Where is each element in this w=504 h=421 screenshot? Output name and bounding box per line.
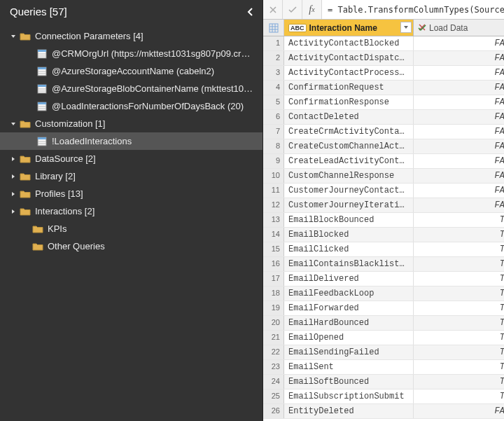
- table-row[interactable]: 2ActivityContactDispatc…FALSE: [263, 51, 504, 66]
- cell-interaction-name[interactable]: EmailBlocked: [284, 228, 414, 242]
- table-row[interactable]: 18EmailFeedbackLoopTRUE: [263, 287, 504, 301]
- table-row[interactable]: 12CustomerJourneyIterati…FALSE: [263, 198, 504, 213]
- tree-folder[interactable]: KPIs: [0, 220, 262, 237]
- column-filter-button[interactable]: [400, 22, 412, 33]
- cell-interaction-name[interactable]: CustomerJourneyIterati…: [284, 198, 414, 212]
- fx-icon[interactable]: fx: [302, 0, 322, 19]
- tree-folder[interactable]: Connection Parameters [4]: [0, 27, 262, 45]
- row-number-cell[interactable]: 16: [263, 257, 284, 271]
- cell-interaction-name[interactable]: CustomerJourneyContact…: [284, 184, 414, 198]
- row-number-cell[interactable]: 1: [263, 36, 284, 50]
- tree-query-item[interactable]: @AzureStorageBlobContainerName (mkttest1…: [0, 80, 262, 97]
- cell-load-data[interactable]: TRUE: [414, 213, 504, 227]
- row-number-cell[interactable]: 22: [263, 345, 284, 359]
- tree-folder[interactable]: Library [2]: [0, 167, 262, 185]
- cell-load-data[interactable]: FALSE: [414, 169, 504, 183]
- cell-interaction-name[interactable]: EmailHardBounced: [284, 316, 414, 330]
- row-number-cell[interactable]: 4: [263, 81, 284, 95]
- row-number-cell[interactable]: 19: [263, 301, 284, 315]
- cell-load-data[interactable]: TRUE: [414, 301, 504, 315]
- cell-load-data[interactable]: FALSE: [414, 95, 504, 109]
- cell-interaction-name[interactable]: EmailForwarded: [284, 301, 414, 315]
- table-row[interactable]: 7CreateCrmActivityConta…FALSE: [263, 125, 504, 139]
- cell-interaction-name[interactable]: EntityDeleted: [284, 404, 414, 418]
- expander-icon[interactable]: [8, 154, 18, 164]
- table-row[interactable]: 19EmailForwardedTRUE: [263, 301, 504, 316]
- cell-interaction-name[interactable]: CreateCustomChannelAct…: [284, 139, 414, 153]
- table-row[interactable]: 16EmailContainsBlacklist…TRUE: [263, 257, 504, 272]
- table-row[interactable]: 25EmailSubscriptionSubmitTRUE: [263, 389, 504, 404]
- table-row[interactable]: 13EmailBlockBouncedTRUE: [263, 213, 504, 228]
- cell-load-data[interactable]: FALSE: [414, 198, 504, 212]
- tree-folder[interactable]: Customization [1]: [0, 115, 262, 132]
- expander-icon[interactable]: [25, 67, 35, 76]
- tree-query-item[interactable]: @CRMOrgUrl (https://mkttest1031sg807p09.…: [0, 45, 262, 62]
- expander-icon[interactable]: [8, 172, 18, 181]
- cell-load-data[interactable]: TRUE: [414, 257, 504, 271]
- expander-icon[interactable]: [8, 32, 18, 41]
- cell-interaction-name[interactable]: EmailSendingFailed: [284, 345, 414, 359]
- cell-interaction-name[interactable]: EmailDelivered: [284, 272, 414, 286]
- cell-load-data[interactable]: FALSE: [414, 184, 504, 198]
- tree-folder[interactable]: Other Queries: [0, 237, 262, 255]
- cell-load-data[interactable]: TRUE: [414, 375, 504, 389]
- expander-icon[interactable]: [25, 84, 35, 94]
- cell-load-data[interactable]: FALSE: [414, 51, 504, 65]
- cell-interaction-name[interactable]: CustomChannelResponse: [284, 169, 414, 183]
- expander-icon[interactable]: [21, 224, 31, 234]
- row-number-cell[interactable]: 20: [263, 316, 284, 330]
- cell-load-data[interactable]: FALSE: [414, 36, 504, 50]
- row-number-cell[interactable]: 12: [263, 198, 284, 212]
- expander-icon[interactable]: [25, 137, 35, 146]
- tree-folder[interactable]: Interactions [2]: [0, 202, 262, 220]
- cell-load-data[interactable]: FALSE: [414, 81, 504, 95]
- cell-interaction-name[interactable]: CreateLeadActivityCont…: [284, 154, 414, 168]
- cell-load-data[interactable]: FALSE: [414, 110, 504, 124]
- cell-interaction-name[interactable]: ContactDeleted: [284, 110, 414, 124]
- row-number-cell[interactable]: 6: [263, 110, 284, 124]
- cell-load-data[interactable]: TRUE: [414, 345, 504, 359]
- table-row[interactable]: 8CreateCustomChannelAct…FALSE: [263, 139, 504, 154]
- tree-query-item[interactable]: !LoadedInteractions: [0, 132, 262, 150]
- cell-load-data[interactable]: TRUE: [414, 316, 504, 330]
- cell-interaction-name[interactable]: EmailClicked: [284, 242, 414, 256]
- row-number-cell[interactable]: 10: [263, 169, 284, 183]
- table-row[interactable]: 17EmailDeliveredTRUE: [263, 272, 504, 287]
- cell-load-data[interactable]: FALSE: [414, 125, 504, 139]
- formula-input[interactable]: = Table.TransformColumnTypes(Source,{{: [322, 0, 504, 19]
- cell-interaction-name[interactable]: EmailBlockBounced: [284, 213, 414, 227]
- cell-load-data[interactable]: FALSE: [414, 404, 504, 418]
- row-number-cell[interactable]: 18: [263, 287, 284, 301]
- cell-interaction-name[interactable]: ActivityContactProcess…: [284, 66, 414, 80]
- row-number-cell[interactable]: 5: [263, 95, 284, 109]
- row-number-cell[interactable]: 14: [263, 228, 284, 242]
- table-row[interactable]: 11CustomerJourneyContact…FALSE: [263, 184, 504, 198]
- cell-interaction-name[interactable]: ActivityContactDispatc…: [284, 51, 414, 65]
- expander-icon[interactable]: [8, 119, 18, 129]
- table-row[interactable]: 26EntityDeletedFALSE: [263, 404, 504, 419]
- table-row[interactable]: 1ActivityContactBlockedFALSE: [263, 36, 504, 51]
- row-number-cell[interactable]: 15: [263, 242, 284, 256]
- table-row[interactable]: 15EmailClickedTRUE: [263, 242, 504, 257]
- cell-load-data[interactable]: TRUE: [414, 360, 504, 374]
- row-number-cell[interactable]: 3: [263, 66, 284, 80]
- cell-load-data[interactable]: TRUE: [414, 287, 504, 301]
- expander-icon[interactable]: [21, 242, 31, 251]
- table-row[interactable]: 9CreateLeadActivityCont…FALSE: [263, 154, 504, 169]
- cell-load-data[interactable]: FALSE: [414, 139, 504, 153]
- row-number-cell[interactable]: 8: [263, 139, 284, 153]
- column-header-interaction-name[interactable]: ABC Interaction Name: [284, 20, 414, 36]
- row-number-cell[interactable]: 24: [263, 375, 284, 389]
- table-row[interactable]: 23EmailSentTRUE: [263, 360, 504, 375]
- cell-interaction-name[interactable]: ConfirmationRequest: [284, 81, 414, 95]
- row-number-cell[interactable]: 13: [263, 213, 284, 227]
- table-row[interactable]: 24EmailSoftBouncedTRUE: [263, 375, 504, 389]
- cell-interaction-name[interactable]: ActivityContactBlocked: [284, 36, 414, 50]
- column-header-load-data[interactable]: Load Data: [414, 20, 504, 36]
- cell-interaction-name[interactable]: ConfirmationResponse: [284, 95, 414, 109]
- row-number-cell[interactable]: 21: [263, 331, 284, 345]
- table-row[interactable]: 10CustomChannelResponseFALSE: [263, 169, 504, 184]
- table-row[interactable]: 22EmailSendingFailedTRUE: [263, 345, 504, 360]
- cell-interaction-name[interactable]: CreateCrmActivityConta…: [284, 125, 414, 139]
- table-row[interactable]: 20EmailHardBouncedTRUE: [263, 316, 504, 331]
